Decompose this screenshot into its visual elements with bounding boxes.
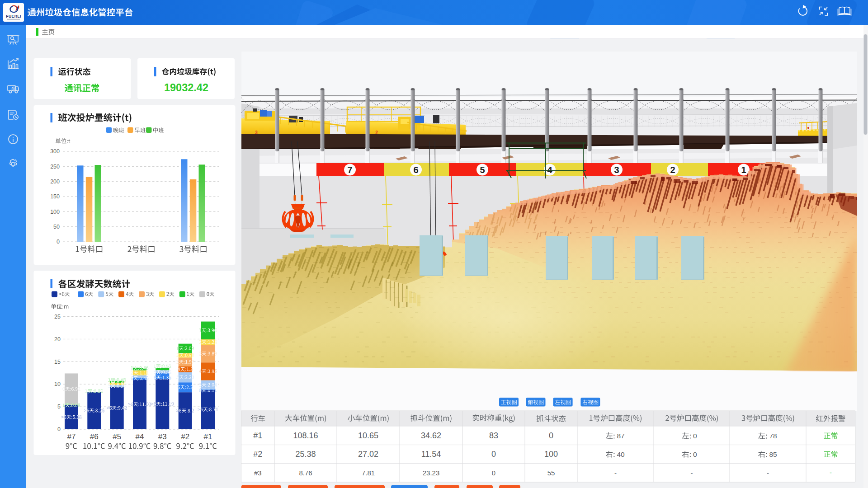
svg-text:5: 5: [480, 165, 485, 175]
svg-text:#2: #2: [181, 432, 189, 441]
svg-text:108.16: 108.16: [293, 431, 318, 440]
svg-text:#5: #5: [113, 432, 121, 441]
svg-text:#7: #7: [67, 432, 76, 441]
svg-text:#1: #1: [253, 431, 262, 440]
svg-text:20: 20: [54, 336, 61, 343]
svg-text:8.76: 8.76: [299, 469, 312, 477]
svg-text:40: 40: [617, 450, 625, 458]
svg-text:200: 200: [50, 178, 60, 185]
svg-text:4: 4: [547, 165, 552, 175]
svg-text:87: 87: [617, 432, 625, 440]
svg-text:300: 300: [50, 148, 60, 155]
svg-text:#1: #1: [204, 432, 212, 441]
svg-text:11.54: 11.54: [421, 450, 441, 459]
svg-text:10.65: 10.65: [358, 431, 378, 440]
svg-text:-: -: [830, 469, 832, 476]
svg-text:0: 0: [693, 432, 697, 440]
svg-text:6: 6: [413, 165, 418, 175]
svg-text:#3: #3: [158, 432, 167, 441]
svg-text:3: 3: [614, 165, 619, 175]
svg-text:100: 100: [544, 450, 558, 459]
svg-text:7.81: 7.81: [362, 469, 375, 477]
svg-text:#2: #2: [253, 450, 262, 459]
svg-text:#6: #6: [90, 432, 99, 441]
svg-text:23.23: 23.23: [423, 469, 440, 477]
svg-text:#4: #4: [136, 432, 144, 441]
svg-text:0: 0: [491, 450, 496, 459]
svg-text:0: 0: [549, 431, 553, 440]
svg-text:100: 100: [50, 209, 60, 215]
svg-text:85: 85: [769, 450, 777, 458]
svg-text:25.38: 25.38: [295, 450, 316, 459]
svg-text:55: 55: [547, 469, 555, 477]
svg-text:1: 1: [741, 165, 746, 175]
svg-text:34.62: 34.62: [421, 431, 441, 440]
svg-text:0: 0: [492, 469, 495, 477]
svg-text:83: 83: [489, 431, 498, 440]
svg-text:78: 78: [769, 432, 777, 440]
svg-text:-: -: [691, 469, 693, 477]
svg-text:25: 25: [54, 314, 61, 320]
svg-text:27.02: 27.02: [358, 450, 378, 459]
svg-text:-: -: [767, 469, 769, 477]
svg-text:0: 0: [57, 239, 60, 245]
svg-text:10: 10: [54, 381, 61, 387]
svg-text:7: 7: [347, 165, 352, 175]
svg-text:5: 5: [57, 404, 61, 410]
svg-text:150: 150: [50, 193, 60, 200]
svg-text:15: 15: [54, 359, 61, 365]
svg-text:19032.42: 19032.42: [164, 82, 208, 94]
svg-text:0: 0: [57, 426, 61, 432]
svg-text:FUERLI: FUERLI: [6, 14, 21, 19]
svg-text:2: 2: [670, 165, 675, 175]
svg-text:250: 250: [50, 164, 60, 170]
svg-text:#3: #3: [254, 469, 262, 477]
svg-text:0: 0: [693, 450, 697, 458]
svg-text:-: -: [614, 469, 617, 477]
svg-text:50: 50: [53, 224, 60, 230]
